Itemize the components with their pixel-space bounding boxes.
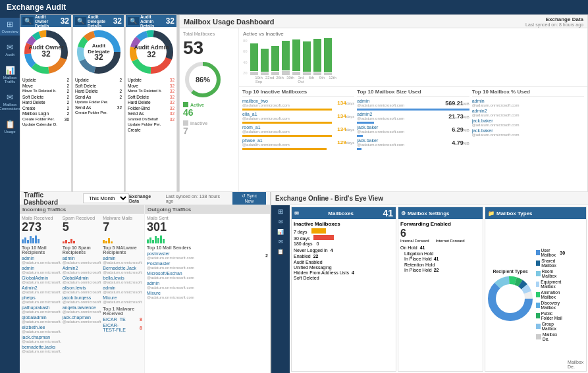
list-item: phase_a1@adatum.onmicrosoft.com 129days xyxy=(242,138,354,147)
stat-label: Create xyxy=(22,106,36,111)
sidebar-item-usage[interactable]: 📋 Usage xyxy=(0,118,20,136)
birds-traffic-icon[interactable]: 📊 xyxy=(277,229,284,235)
percent-table-title: Top 10 Mailbox % Used xyxy=(472,89,584,97)
value: 4.79 xyxy=(452,139,464,146)
value-bar xyxy=(357,135,363,137)
unit: MB xyxy=(464,141,469,145)
sync-button[interactable]: ↺ Sync Now xyxy=(232,192,266,205)
legend-discovery-mailbox: Discovery Mailbox xyxy=(536,301,565,310)
email: @adatum.onmicrosoft.com xyxy=(22,310,61,314)
list-item: admin@adatum.onmicrosoft.com260 xyxy=(22,256,61,264)
stat-val: 32 xyxy=(170,78,174,82)
count: 2 xyxy=(252,253,268,258)
spam-received-stat: Spam Received 5 xyxy=(63,216,102,243)
never-logged-count: 4 xyxy=(331,248,333,253)
value-bar xyxy=(242,122,332,124)
svg-text:Audit: Audit xyxy=(92,43,105,49)
legend-label: Group Mailbox xyxy=(542,322,565,331)
user-name: room_a1 xyxy=(242,125,290,130)
stat-val: 32 xyxy=(170,111,174,116)
stat-val: 2 xyxy=(67,111,69,116)
value: 6.29 xyxy=(452,126,464,133)
mailboxes-count: 41 xyxy=(383,208,393,218)
x-label: 9th xyxy=(318,76,326,84)
stat-label: Send As xyxy=(75,95,91,99)
audit-admin-donut: Audit Admin 32 xyxy=(126,27,176,77)
sidebar-item-traffic[interactable]: 📊 Mailbox Traffic xyxy=(0,64,20,86)
list-item: admin@adatum.onmicrosoft.com5 xyxy=(63,256,102,264)
mailboxes-title: Mailboxes xyxy=(328,211,354,216)
incoming-stats: Mails Received 273 Spam Received 5 xyxy=(20,214,144,245)
user-email: @adatum.onmicrosoft.com xyxy=(357,103,404,107)
audit-delegate-count: 32 xyxy=(113,16,122,26)
app-container: Exchange Audit ⊞ Overview ✉ Audit 📊 Mail… xyxy=(0,0,588,373)
mailboxes-icon: ✉ xyxy=(294,211,299,216)
stat-label: Update xyxy=(128,78,142,82)
birds-connections-icon[interactable]: ✉ xyxy=(279,239,283,245)
donut-center-count: 32 xyxy=(41,49,51,59)
user-email: @adatum.onmicrosoft.com xyxy=(357,116,404,120)
user-name: jack.baker xyxy=(472,118,520,123)
inactive-bar xyxy=(271,72,279,75)
audit-panels: 🔍 Audit Owner Details 32 xyxy=(20,14,178,192)
retention-label: Retention Hold xyxy=(404,262,435,267)
stat-val: 2 xyxy=(67,78,69,82)
birds-usage-icon[interactable]: 📋 xyxy=(277,249,284,255)
x-label: 6th xyxy=(307,76,315,84)
top-recipients-list: Top 10 Mail Recipients admin@adatum.onmi… xyxy=(22,245,61,361)
sidebar-item-connections[interactable]: ✉ Mailbox Connections xyxy=(0,91,20,112)
traffic-content: Incoming Traffics Mails Received 273 xyxy=(20,205,270,373)
search-icon-admin[interactable]: 🔍 xyxy=(128,17,139,25)
usage-icon: 📋 xyxy=(5,120,15,129)
stat-label: Send As xyxy=(128,111,144,116)
email: @adatum.onmicrosoft.com xyxy=(63,300,102,304)
traffic-icon: 📊 xyxy=(5,66,15,75)
legend-color xyxy=(536,313,540,318)
birds-eye-content: ⊞ ✉ 📊 ✉ 📋 ✉ xyxy=(271,205,588,373)
user: elizbeth.lee xyxy=(22,325,61,330)
top-panels-row: 🔍 Audit Owner Details 32 xyxy=(20,14,588,192)
settings-title: Mailbox Settings xyxy=(408,211,450,216)
stat-label: Soft Delete xyxy=(128,95,149,99)
audit-admin-title: Audit Admin Details xyxy=(140,14,165,28)
active-percent-label: 86% xyxy=(196,76,210,84)
settings-panel-header: ⚙ Mailbox Settings xyxy=(398,207,483,219)
list-item: Admin2@adatum.onmicrosoft.com xyxy=(63,266,102,274)
birds-audit-icon[interactable]: ✉ xyxy=(279,219,283,225)
email: @adatum.onmicrosoft.com xyxy=(63,290,102,294)
search-icon[interactable]: 🔍 xyxy=(22,17,34,25)
mails-received-stat: Mails Received 273 xyxy=(22,216,61,243)
audit-owner-header: 🔍 Audit Owner Details 32 xyxy=(20,15,71,27)
list-item: pheips@adatum.onmicrosoft.com15 xyxy=(22,295,61,304)
birds-sidebar: ⊞ ✉ 📊 ✉ 📋 xyxy=(271,205,290,373)
value: 134 xyxy=(337,126,346,132)
value: 129 xyxy=(337,139,346,145)
x-label: 12th xyxy=(329,76,336,84)
sidebar-item-audit[interactable]: ✉ Audit xyxy=(0,41,20,59)
birds-overview-icon[interactable]: ⊞ xyxy=(278,208,283,215)
audit-delegate-header: 🔍 Audit Delegate Details 32 xyxy=(73,15,124,27)
external-label: Internet Forward xyxy=(436,239,465,243)
mailbox-right-panel: Active vs Inactive 80604020 xyxy=(239,28,587,191)
litigation-label: Litigation Hold xyxy=(404,251,433,256)
stat-bar xyxy=(313,235,333,240)
stat-label: 30 days xyxy=(294,236,310,241)
email: @adatum.onmicrosoft.com xyxy=(147,266,194,270)
bar-group xyxy=(313,39,321,75)
list-item: Bernadette.Jack@adatum.onmicrosoft.com xyxy=(103,266,142,274)
sidebar-item-overview[interactable]: ⊞ Overview xyxy=(0,18,20,36)
active-bar xyxy=(313,39,321,72)
stat-label: Hard Delete xyxy=(75,89,98,93)
search-icon-delegate[interactable]: 🔍 xyxy=(75,17,86,25)
audit-delegate-donut: Audit Delegate 32 xyxy=(73,27,124,77)
list-item: bella.lewis@adatum.onmicrosoft.com xyxy=(103,276,142,284)
size-table-title: Top 10 Mailbox Size Used xyxy=(357,89,469,97)
stat-label: Update xyxy=(75,78,89,82)
active-indicator xyxy=(183,102,188,107)
month-selector[interactable]: This Month xyxy=(83,193,129,203)
list-item: alison.lewis@adatum.onmicrosoft.com xyxy=(63,286,102,294)
birds-eye-header: Exchange Online - Bird's Eye View xyxy=(271,192,588,205)
types-icon: 📁 xyxy=(488,211,494,216)
user: bella.lewis xyxy=(103,276,142,280)
user-name: jack.baker xyxy=(357,138,404,143)
